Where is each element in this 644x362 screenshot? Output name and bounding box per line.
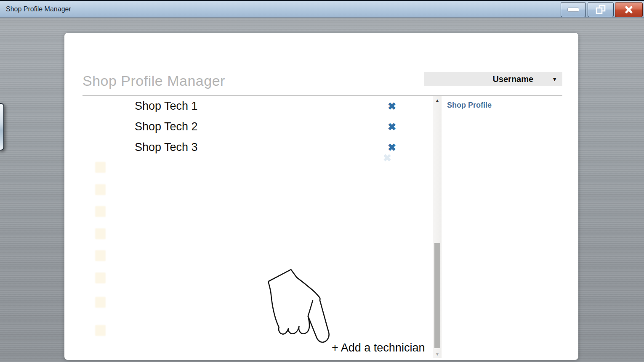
header-divider xyxy=(82,95,562,95)
ghost-artifact xyxy=(95,325,106,336)
scrollbar-thumb[interactable] xyxy=(434,243,440,348)
delete-technician-icon[interactable]: ✖ xyxy=(388,143,396,153)
technician-row: Shop Tech 3 ✖ xyxy=(82,137,433,158)
ghost-artifact xyxy=(95,206,106,217)
ghost-artifact xyxy=(95,162,106,173)
minimize-button[interactable] xyxy=(561,2,586,17)
ghost-artifact xyxy=(95,272,106,283)
technician-row: Shop Tech 2 ✖ xyxy=(82,116,433,137)
scroll-down-icon[interactable]: ▼ xyxy=(433,351,442,357)
restore-button[interactable] xyxy=(588,2,614,17)
chevron-down-icon: ▼ xyxy=(552,77,557,82)
close-icon xyxy=(623,4,634,15)
minimize-icon xyxy=(567,8,579,12)
technician-row: Shop Tech 1 ✖ xyxy=(82,96,433,116)
vertical-scrollbar[interactable]: ▲ ▼ xyxy=(433,96,442,358)
edge-flyout-tab[interactable] xyxy=(0,103,4,151)
username-dropdown-value: Username xyxy=(492,74,533,84)
delete-technician-icon[interactable]: ✖ xyxy=(388,122,396,132)
username-dropdown[interactable]: Username ▼ xyxy=(424,72,562,86)
restore-icon xyxy=(595,5,606,15)
shop-profile-manager-dialog: Shop Profile Manager Username ▼ Shop Tec… xyxy=(64,33,578,360)
shop-profile-label: Shop Profile xyxy=(447,101,492,110)
technician-name: Shop Tech 3 xyxy=(135,141,198,154)
technician-list: Shop Tech 1 ✖ Shop Tech 2 ✖ Shop Tech 3 … xyxy=(82,96,433,359)
add-technician-link[interactable]: + Add a technician xyxy=(332,341,425,354)
ghost-artifact xyxy=(95,297,106,308)
close-button[interactable] xyxy=(615,2,643,17)
ghost-artifact xyxy=(95,250,106,261)
ghost-artifact xyxy=(95,184,106,195)
technician-name: Shop Tech 2 xyxy=(135,120,198,133)
titlebar: Shop Profile Manager xyxy=(0,0,644,18)
scroll-up-icon[interactable]: ▲ xyxy=(433,98,442,103)
delete-technician-icon[interactable]: ✖ xyxy=(388,101,396,111)
faded-delete-icon: ✖ xyxy=(383,153,391,163)
page-title: Shop Profile Manager xyxy=(82,73,225,89)
technician-name: Shop Tech 1 xyxy=(135,100,198,113)
ghost-artifact xyxy=(95,228,106,239)
window-title: Shop Profile Manager xyxy=(6,1,71,18)
